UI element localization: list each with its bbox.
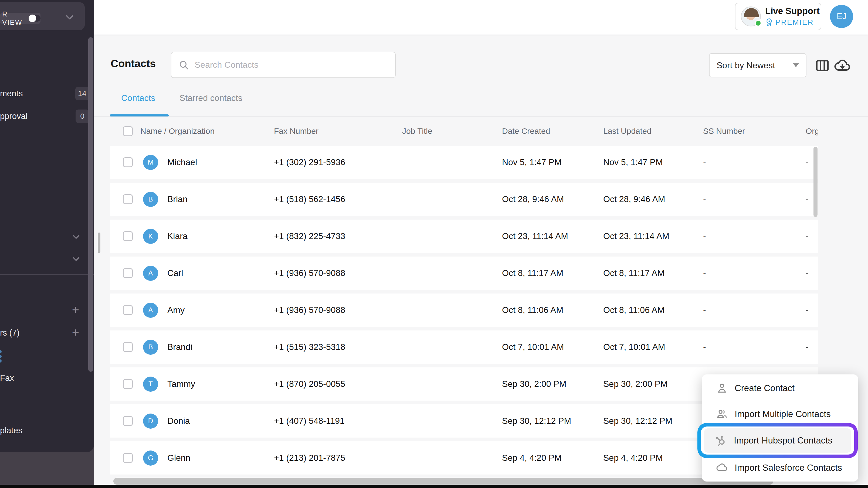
horizontal-scrollbar[interactable] bbox=[113, 478, 773, 485]
support-agent-avatar bbox=[741, 6, 761, 26]
cloud-download-icon[interactable] bbox=[833, 57, 850, 74]
sidebar-footer: al % Used i bbox=[0, 452, 94, 488]
menu-item-import-hubspot-contacts[interactable]: Import Hubspot Contacts bbox=[704, 428, 851, 453]
view-toggle-label: R VIEW bbox=[2, 10, 26, 27]
row-checkbox[interactable] bbox=[123, 342, 133, 352]
toggle-knob bbox=[29, 14, 36, 22]
window-bottom-edge bbox=[0, 485, 868, 488]
column-header[interactable]: SS Number bbox=[703, 127, 806, 136]
table-scrollbar[interactable] bbox=[813, 147, 817, 217]
date-created: Oct 8, 11:17 AM bbox=[502, 268, 603, 278]
tab-contacts[interactable]: Contacts bbox=[121, 93, 155, 103]
plus-icon[interactable]: + bbox=[70, 326, 82, 338]
row-checkbox[interactable] bbox=[123, 305, 133, 315]
row-checkbox[interactable] bbox=[123, 194, 133, 204]
table-row[interactable]: MMichael +1 (302) 291-5936 Nov 5, 1:47 P… bbox=[110, 146, 818, 179]
date-created: Sep 4, 4:20 PM bbox=[502, 453, 603, 463]
chevron-down-icon[interactable] bbox=[71, 254, 82, 264]
sidebar-item-users[interactable]: rs (7) bbox=[0, 328, 20, 338]
plus-icon[interactable]: + bbox=[70, 304, 82, 316]
fax-number: +1 (302) 291-5936 bbox=[274, 157, 402, 167]
fax-number: +1 (407) 548-1191 bbox=[274, 416, 402, 426]
view-switcher-card[interactable]: R VIEW bbox=[0, 2, 85, 30]
org-number: - bbox=[806, 342, 818, 352]
contact-name: Carl bbox=[167, 268, 183, 278]
column-header[interactable]: Date Created bbox=[502, 127, 603, 136]
contact-actions-menu: Create Contact Import Multiple Contacts … bbox=[702, 375, 858, 482]
view-toggle-switch[interactable] bbox=[29, 15, 40, 22]
last-updated: Sep 4, 4:20 PM bbox=[603, 453, 703, 463]
last-updated: Oct 8, 11:06 AM bbox=[603, 305, 703, 315]
menu-item-import-salesforce-contacts[interactable]: Import Salesforce Contacts bbox=[702, 459, 858, 477]
select-all-checkbox[interactable] bbox=[123, 126, 133, 136]
avatar: G bbox=[143, 451, 158, 466]
menu-item-import-multiple-contacts[interactable]: Import Multiple Contacts bbox=[702, 405, 858, 423]
table-header: Name / Organization Fax Number Job Title… bbox=[110, 117, 818, 146]
user-avatar[interactable]: EJ bbox=[830, 5, 853, 28]
last-updated: Oct 28, 9:46 AM bbox=[603, 194, 703, 204]
chevron-down-icon[interactable] bbox=[71, 231, 82, 242]
contact-name: Michael bbox=[167, 157, 197, 167]
table-row[interactable]: BBrian +1 (518) 562-1456 Oct 28, 9:46 AM… bbox=[110, 183, 818, 216]
fax-number: +1 (936) 570-9088 bbox=[274, 268, 402, 278]
search-input[interactable] bbox=[195, 60, 383, 70]
contact-name: Amy bbox=[167, 305, 185, 315]
row-checkbox[interactable] bbox=[123, 379, 133, 389]
content-scrollbar[interactable] bbox=[98, 232, 100, 253]
fax-number: +1 (515) 323-5318 bbox=[274, 342, 402, 352]
sidebar-item-approval[interactable]: pproval 0 bbox=[0, 108, 89, 124]
last-updated: Oct 7, 10:01 AM bbox=[603, 342, 703, 352]
row-checkbox[interactable] bbox=[123, 416, 133, 426]
columns-icon[interactable] bbox=[814, 57, 831, 74]
contact-name: Tammy bbox=[167, 379, 195, 389]
people-icon bbox=[716, 408, 728, 420]
fax-number: +1 (518) 562-1456 bbox=[274, 194, 402, 204]
sidebar-scrollbar[interactable] bbox=[88, 37, 93, 372]
sidebar-item-fax[interactable]: Fax bbox=[0, 373, 14, 383]
view-toggle-pill[interactable]: R VIEW bbox=[0, 13, 40, 24]
table-row[interactable]: ACarl +1 (936) 570-9088 Oct 8, 11:17 AM … bbox=[110, 257, 818, 290]
contact-name: Brandi bbox=[167, 342, 192, 352]
row-checkbox[interactable] bbox=[123, 453, 133, 463]
sidebar-item-label: pproval bbox=[0, 111, 28, 121]
fax-number: +1 (832) 225-4733 bbox=[274, 231, 402, 241]
column-header[interactable]: Fax Number bbox=[274, 127, 402, 136]
last-updated: Sep 30, 12:12 PM bbox=[603, 416, 703, 426]
ss-number: - bbox=[703, 157, 806, 167]
chevron-down-icon[interactable] bbox=[64, 11, 75, 23]
last-updated: Oct 23, 11:14 AM bbox=[603, 231, 703, 241]
date-created: Sep 30, 12:12 PM bbox=[502, 416, 603, 426]
column-header[interactable]: Org Number bbox=[806, 127, 818, 136]
sidebar-divider bbox=[0, 274, 94, 274]
row-checkbox[interactable] bbox=[123, 268, 133, 278]
count-badge: 14 bbox=[75, 87, 89, 100]
org-number: - bbox=[806, 268, 818, 278]
screen: R VIEW ments 14 pproval 0 bbox=[0, 0, 868, 488]
fax-number: +1 (870) 205-0055 bbox=[274, 379, 402, 389]
column-header[interactable]: Last Updated bbox=[603, 127, 703, 136]
last-updated: Oct 8, 11:17 AM bbox=[603, 268, 703, 278]
sidebar-item-documents[interactable]: ments 14 bbox=[0, 86, 89, 101]
sidebar-item-templates[interactable]: plates bbox=[0, 426, 22, 435]
live-support-card[interactable]: Live Support PREMIER bbox=[735, 3, 821, 30]
topbar: Live Support PREMIER EJ bbox=[94, 0, 868, 35]
column-header[interactable]: Job Title bbox=[402, 127, 502, 136]
menu-item-label: Import Hubspot Contacts bbox=[734, 435, 832, 446]
table-row[interactable]: BBrandi +1 (515) 323-5318 Oct 7, 10:01 A… bbox=[110, 330, 818, 364]
table-row[interactable]: AAmy +1 (936) 570-9088 Oct 8, 11:06 AM O… bbox=[110, 293, 818, 327]
date-created: Oct 28, 9:46 AM bbox=[502, 194, 603, 204]
ss-number: - bbox=[703, 305, 806, 315]
date-created: Nov 5, 1:47 PM bbox=[502, 157, 603, 167]
tab-starred-contacts[interactable]: Starred contacts bbox=[180, 93, 242, 103]
highlight-annotation: Import Hubspot Contacts bbox=[698, 423, 858, 458]
table-row[interactable]: KKiara +1 (832) 225-4733 Oct 23, 11:14 A… bbox=[110, 220, 818, 253]
row-checkbox[interactable] bbox=[123, 231, 133, 241]
column-header[interactable]: Name / Organization bbox=[141, 127, 274, 136]
menu-item-create-contact[interactable]: Create Contact bbox=[702, 379, 858, 397]
sort-label: Sort by Newest bbox=[717, 60, 793, 70]
highlight-inner: Import Hubspot Contacts bbox=[701, 426, 854, 455]
ss-number: - bbox=[703, 194, 806, 204]
row-checkbox[interactable] bbox=[123, 157, 133, 167]
caret-down-icon bbox=[793, 63, 799, 67]
sort-dropdown[interactable]: Sort by Newest bbox=[709, 53, 806, 77]
